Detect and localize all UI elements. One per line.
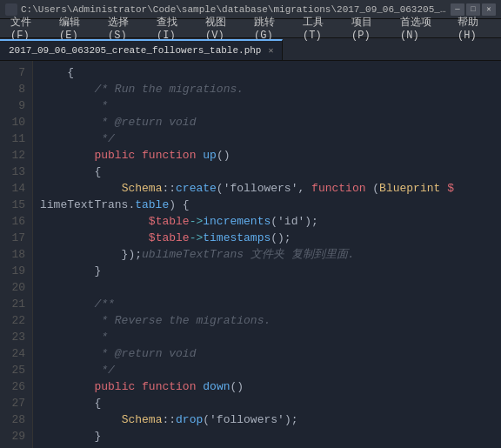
menu-item[interactable]: 选择(S) (101, 20, 148, 37)
code-token: } (40, 428, 101, 445)
code-token: * (101, 97, 108, 114)
code-token (40, 345, 101, 362)
code-line: limeTextTrans.table) { (40, 197, 494, 213)
code-line: public function down() (40, 378, 494, 395)
code-token: up (203, 147, 217, 164)
code-token: { (40, 64, 74, 81)
menu-item[interactable]: 工具(T) (296, 20, 343, 37)
line-number: 27 (0, 395, 32, 411)
line-number: 22 (0, 312, 32, 329)
code-token (135, 378, 142, 395)
code-token (196, 378, 203, 395)
code-token (196, 147, 203, 164)
menu-item[interactable]: 视图(V) (198, 20, 245, 37)
code-line: * (40, 329, 494, 345)
line-number: 18 (0, 246, 32, 263)
line-number: 9 (0, 97, 32, 114)
code-line: * @return void (40, 114, 494, 130)
menu-item[interactable]: 文件(F) (3, 20, 50, 37)
code-token: table (135, 197, 169, 213)
code-token: :: (162, 411, 176, 428)
code-line: });ublimeTextTrans 文件夹 复制到里面. (40, 246, 494, 263)
code-line: /* Run the migrations. (40, 81, 494, 97)
code-token: Run the migrations. (108, 81, 244, 97)
menu-item[interactable]: 项目(P) (344, 20, 391, 37)
code-token: * (101, 329, 108, 345)
code-token: void (162, 345, 196, 362)
code-token: } (40, 263, 101, 279)
code-token: ublimeTextTrans 文件夹 复制到里面. (142, 246, 354, 263)
code-token (40, 130, 101, 147)
code-token (40, 362, 101, 378)
code-token: (); (271, 230, 291, 246)
line-number: 17 (0, 230, 32, 246)
code-line: { (40, 395, 494, 411)
line-number: 15 (0, 197, 32, 213)
code-token (135, 147, 142, 164)
code-token: * Reverse the migrations. (101, 312, 271, 329)
code-token: $table (149, 213, 190, 230)
menu-item[interactable]: 首选项(N) (393, 20, 449, 37)
code-line: { (40, 64, 494, 81)
line-number: 10 (0, 114, 32, 130)
code-token: ('followers', (217, 180, 311, 197)
window-title: C:\Users\Administrator\Code\sample\datab… (21, 4, 447, 15)
line-number: 13 (0, 164, 32, 180)
code-token: -> (190, 213, 204, 230)
code-line: $table->increments('id'); (40, 213, 494, 230)
code-token: down (203, 378, 230, 395)
code-token: public (94, 147, 135, 164)
code-token: * @return (101, 345, 162, 362)
tab-label: 2017_09_06_063205_create_followers_table… (9, 45, 261, 56)
line-number: 25 (0, 362, 32, 378)
line-number: 28 (0, 411, 32, 428)
code-token (40, 296, 94, 312)
code-token (40, 81, 94, 97)
code-token: :: (162, 180, 176, 197)
line-numbers: 7891011121314151617181920212223242526272… (0, 61, 33, 448)
window-controls[interactable]: — □ ✕ (451, 3, 496, 16)
code-token (40, 180, 122, 197)
code-token: increments (203, 213, 271, 230)
menu-bar: 文件(F)编辑(E)选择(S)查找(I)视图(V)跳转(G)工具(T)项目(P)… (0, 19, 501, 38)
line-number: 12 (0, 147, 32, 164)
code-line: { (40, 164, 494, 180)
code-token: }); (40, 246, 142, 263)
code-token: Schema (122, 411, 163, 428)
close-button[interactable]: ✕ (482, 3, 496, 16)
code-token (40, 114, 101, 130)
code-line (40, 279, 494, 296)
code-token: { (40, 395, 101, 411)
code-line: Schema::create('followers', function (Bl… (40, 180, 494, 197)
code-line: Schema::drop('followers'); (40, 411, 494, 428)
code-token: function (142, 147, 196, 164)
code-line: * @return void (40, 345, 494, 362)
code-line: $table->timestamps(); (40, 230, 494, 246)
tab-close-icon[interactable]: ✕ (268, 45, 273, 56)
maximize-button[interactable]: □ (466, 3, 480, 16)
line-number: 16 (0, 213, 32, 230)
code-token: public (94, 378, 135, 395)
code-token (40, 329, 101, 345)
code-token (40, 213, 149, 230)
menu-item[interactable]: 跳转(G) (247, 20, 294, 37)
code-line: */ (40, 130, 494, 147)
menu-item[interactable]: 帮助(H) (451, 20, 498, 37)
code-token (40, 97, 101, 114)
code-token: */ (101, 130, 115, 147)
line-number: 24 (0, 345, 32, 362)
active-tab[interactable]: 2017_09_06_063205_create_followers_table… (0, 39, 283, 60)
line-number: 26 (0, 378, 32, 395)
code-token: ) { (169, 197, 189, 213)
code-token: $ (440, 180, 454, 197)
code-line: */ (40, 362, 494, 378)
code-area[interactable]: { /* Run the migrations. * * @return voi… (33, 61, 501, 448)
menu-item[interactable]: 编辑(E) (52, 20, 99, 37)
menu-item[interactable]: 查找(I) (150, 20, 197, 37)
code-token: * @return (101, 114, 162, 130)
code-token: $table (149, 230, 190, 246)
line-number: 7 (0, 64, 32, 81)
code-token: () (217, 147, 230, 164)
minimize-button[interactable]: — (451, 3, 464, 16)
code-token (40, 378, 94, 395)
